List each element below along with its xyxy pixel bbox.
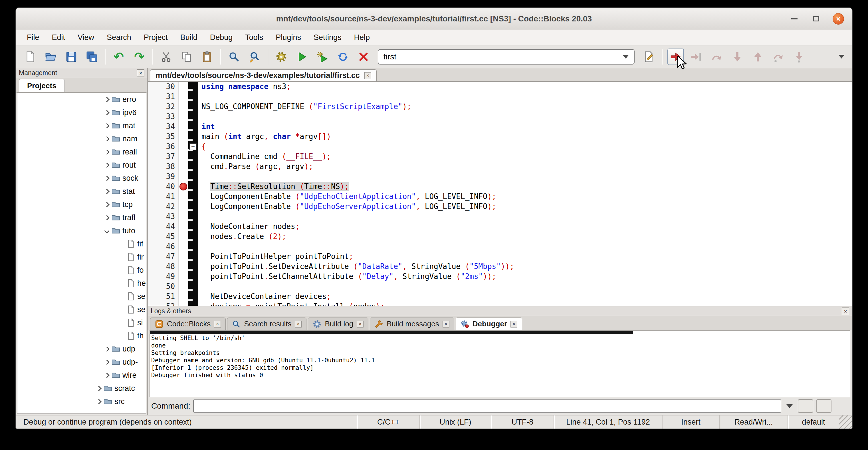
cut-button[interactable]	[158, 49, 174, 65]
code-line[interactable]: 42 LogComponentEnable ("UdpEchoServerApp…	[148, 202, 852, 212]
code-line[interactable]: 47 PointToPointHelper pointToPoint;	[148, 251, 852, 262]
step-into-instruction-button[interactable]	[791, 49, 807, 65]
breakpoint-margin[interactable]	[179, 102, 188, 112]
code-content[interactable]: pointToPoint.SetChannelAttribute ("Delay…	[198, 272, 496, 281]
code-line[interactable]: 33	[148, 112, 852, 122]
management-close-button[interactable]: ×	[137, 69, 144, 77]
tree-item-th[interactable]: th	[18, 329, 146, 342]
line-number[interactable]: 47	[148, 251, 179, 262]
line-number[interactable]: 30	[148, 82, 179, 92]
fold-margin[interactable]	[188, 191, 198, 202]
expander-slot[interactable]	[103, 360, 111, 364]
editor-tab-close-button[interactable]: ×	[364, 72, 371, 79]
code-content[interactable]: NS_LOG_COMPONENT_DEFINE ("FirstScriptExa…	[198, 102, 411, 112]
fold-margin[interactable]	[188, 92, 198, 102]
maximize-button[interactable]	[811, 14, 821, 24]
fold-margin[interactable]	[188, 272, 198, 281]
tree-item-se[interactable]: se	[18, 303, 146, 316]
code-line[interactable]: 52 devices = pointToPoint.Install (nodes…	[148, 302, 852, 306]
code-content[interactable]	[198, 281, 202, 292]
line-number[interactable]: 44	[148, 221, 179, 232]
fold-margin[interactable]	[188, 212, 198, 221]
tab-close-button[interactable]: ×	[442, 321, 450, 328]
code-line[interactable]: 37 CommandLine cmd (__FILE__);	[148, 152, 852, 161]
expander-slot[interactable]	[103, 111, 111, 115]
chevron-right-icon[interactable]	[104, 110, 109, 115]
tree-item-reall[interactable]: reall	[18, 145, 146, 158]
chevron-right-icon[interactable]	[104, 215, 109, 220]
breakpoint-margin[interactable]	[179, 182, 188, 191]
fold-margin[interactable]	[188, 281, 198, 292]
tree-item-udp[interactable]: udp	[18, 342, 146, 356]
find-button[interactable]	[226, 49, 242, 65]
breakpoint-margin[interactable]	[179, 152, 188, 161]
fold-margin[interactable]	[188, 202, 198, 212]
breakpoint-margin[interactable]	[179, 112, 188, 122]
fold-margin[interactable]	[188, 242, 198, 251]
log-line[interactable]: Debugger finished with status 0	[150, 371, 850, 379]
chevron-right-icon[interactable]	[104, 123, 109, 128]
tab-projects[interactable]: Projects	[19, 79, 65, 92]
command-input[interactable]	[193, 399, 781, 413]
chevron-right-icon[interactable]	[96, 399, 101, 404]
stop-debugger-button[interactable]	[834, 399, 848, 413]
logs-header[interactable]: Logs & others ×	[148, 306, 852, 316]
chevron-right-icon[interactable]	[104, 359, 109, 365]
menu-item-search[interactable]: Search	[100, 30, 137, 45]
abort-button[interactable]	[355, 49, 372, 65]
save-all-button[interactable]	[84, 49, 100, 65]
code-editor[interactable]: 30using namespace ns3;3132NS_LOG_COMPONE…	[148, 82, 852, 306]
code-line[interactable]: 49 pointToPoint.SetChannelAttribute ("De…	[148, 272, 852, 281]
code-content[interactable]	[198, 92, 202, 102]
tree-item-erro[interactable]: erro	[18, 93, 146, 106]
chevron-right-icon[interactable]	[104, 372, 109, 378]
code-content[interactable]	[198, 112, 202, 122]
breakpoint-margin[interactable]	[179, 92, 188, 102]
log-line[interactable]: [Inferior 1 (process 236345) exited norm…	[150, 364, 850, 371]
chevron-right-icon[interactable]	[104, 347, 109, 352]
line-number[interactable]: 48	[148, 262, 179, 272]
tree-item-stat[interactable]: stat	[18, 185, 146, 198]
logs-tab-search-results[interactable]: Search results×	[227, 318, 306, 330]
expander-slot[interactable]	[103, 229, 111, 233]
fold-margin[interactable]	[188, 161, 198, 172]
chevron-right-icon[interactable]	[104, 176, 109, 181]
tab-close-button[interactable]: ×	[357, 321, 364, 328]
code-line[interactable]: 34int	[148, 122, 852, 132]
menu-item-edit[interactable]: Edit	[45, 30, 72, 45]
next-instruction-button[interactable]	[770, 49, 787, 65]
step-out-button[interactable]	[750, 49, 766, 65]
line-number[interactable]: 32	[148, 102, 179, 112]
run-button[interactable]	[293, 49, 310, 65]
tree-item-fif[interactable]: fif	[18, 237, 146, 250]
fold-margin[interactable]	[188, 302, 198, 306]
line-number[interactable]: 52	[148, 302, 179, 306]
breakpoint-margin[interactable]	[179, 221, 188, 232]
tree-item-fir[interactable]: fir	[18, 250, 146, 264]
build-button[interactable]	[273, 49, 290, 65]
expander-slot[interactable]	[103, 203, 111, 206]
line-number[interactable]: 33	[148, 112, 179, 122]
copy-button[interactable]	[178, 49, 195, 65]
breakpoint-margin[interactable]	[179, 292, 188, 302]
code-line[interactable]: 51 NetDeviceContainer devices;	[148, 292, 852, 302]
debug-continue-button[interactable]	[668, 49, 684, 65]
line-number[interactable]: 35	[148, 132, 179, 142]
paste-button[interactable]	[199, 49, 215, 65]
fold-margin[interactable]: −	[188, 142, 198, 152]
breakpoint-margin[interactable]	[179, 132, 188, 142]
breakpoint-margin[interactable]	[179, 302, 188, 306]
code-content[interactable]: cmd.Parse (argc, argv);	[198, 161, 313, 172]
log-line[interactable]: done	[150, 342, 850, 349]
open-file-button[interactable]	[42, 49, 59, 65]
menu-item-tools[interactable]: Tools	[239, 30, 269, 45]
code-line[interactable]: 46	[148, 242, 852, 251]
breakpoint-margin[interactable]	[179, 272, 188, 281]
fold-margin[interactable]	[188, 232, 198, 242]
search-combo[interactable]: first	[378, 49, 634, 64]
code-line[interactable]: 38 cmd.Parse (argc, argv);	[148, 161, 852, 172]
logs-tab-code-blocks[interactable]: Code::Blocks×	[150, 318, 226, 330]
code-line[interactable]: 31	[148, 92, 852, 102]
code-content[interactable]: {	[198, 142, 206, 152]
copy-log-button[interactable]	[816, 399, 832, 413]
